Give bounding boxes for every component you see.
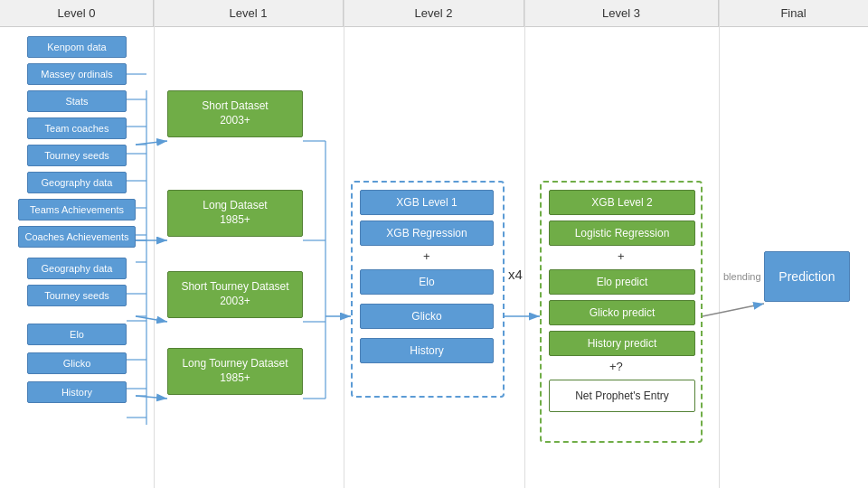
box-xgb-level1: XGB Level 1: [360, 190, 494, 215]
svg-line-0: [136, 141, 167, 145]
svg-line-3: [136, 396, 167, 399]
header-level0: Level 0: [0, 0, 154, 26]
box-long-tourney: Long Tourney Dataset1985+: [167, 348, 303, 395]
box-short-dataset: Short Dataset2003+: [167, 90, 303, 137]
box-long-dataset: Long Dataset1985+: [167, 190, 303, 237]
box-history-predict: History predict: [549, 331, 695, 356]
box-glicko: Glicko: [27, 352, 127, 374]
svg-line-2: [136, 316, 167, 322]
box-massey: Massey ordinals: [27, 63, 127, 85]
box-elo: Elo: [27, 324, 127, 345]
box-elo-l2: Elo: [360, 269, 494, 295]
diagram-container: Level 0 Level 1 Level 2 Level 3 Final Ke…: [0, 0, 868, 488]
x4-label: x4: [508, 267, 523, 282]
divider-2: [524, 0, 525, 488]
level2-container: XGB Level 1 XGB Regression + Elo Glicko …: [351, 181, 505, 398]
svg-line-31: [703, 304, 764, 316]
box-glicko-l2: Glicko: [360, 304, 494, 329]
box-short-tourney: Short Tourney Dataset2003+: [167, 271, 303, 318]
box-history: History: [27, 381, 127, 403]
box-stats: Stats: [27, 90, 127, 112]
divider-1: [344, 0, 344, 488]
box-logistic-regression: Logistic Regression: [549, 221, 695, 246]
box-coaches-achievements: Coaches Achievements: [18, 226, 136, 248]
box-kenpom: Kenpom data: [27, 36, 127, 58]
plus-question: +?: [609, 360, 623, 373]
header-level1: Level 1: [154, 0, 344, 26]
box-glicko-predict: Glicko predict: [549, 300, 695, 325]
column-headers: Level 0 Level 1 Level 2 Level 3 Final: [0, 0, 868, 27]
level3-container: XGB Level 2 Logistic Regression + Elo pr…: [540, 181, 703, 443]
box-teams-achievements: Teams Achievements: [18, 199, 136, 221]
box-history-l2: History: [360, 338, 494, 363]
blending-label: blending: [723, 271, 761, 282]
box-xgb-level2: XGB Level 2: [549, 190, 695, 215]
header-final: Final: [719, 0, 868, 26]
box-geography-2: Geography data: [27, 258, 127, 279]
plus-sign-1: +: [423, 249, 430, 263]
box-team-coaches: Team coaches: [27, 117, 127, 139]
plus-sign-2: +: [618, 249, 625, 263]
header-level3: Level 3: [524, 0, 719, 26]
box-xgb-regression: XGB Regression: [360, 221, 494, 246]
header-level2: Level 2: [344, 0, 524, 26]
divider-3: [719, 0, 720, 488]
box-elo-predict: Elo predict: [549, 269, 695, 295]
box-tourney-seeds-1: Tourney seeds: [27, 145, 127, 166]
prediction-box: Prediction: [764, 251, 850, 302]
box-net-prophet: Net Prophet's Entry: [549, 380, 695, 412]
box-tourney-seeds-2: Tourney seeds: [27, 285, 127, 306]
box-geography-1: Geography data: [27, 172, 127, 193]
divider-0: [154, 0, 155, 488]
